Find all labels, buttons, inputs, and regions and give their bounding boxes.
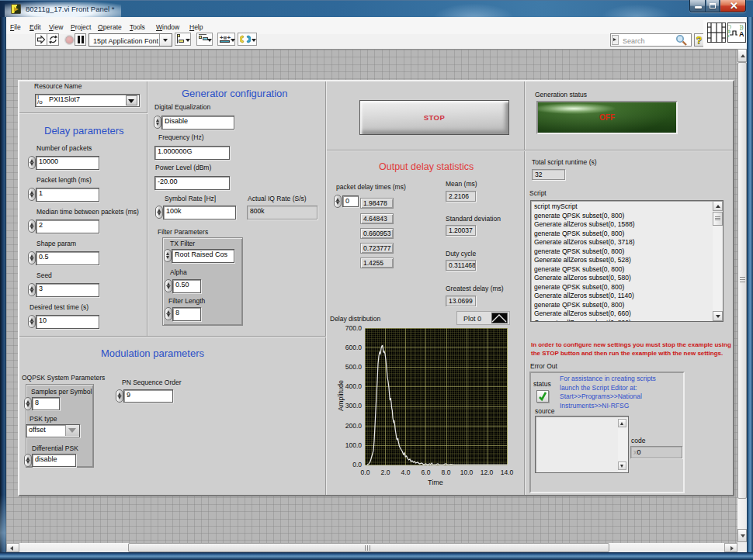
svg-text:A: A [739,30,744,38]
svg-text:}): }) [740,24,744,30]
svg-text:κ: κ [727,33,730,38]
